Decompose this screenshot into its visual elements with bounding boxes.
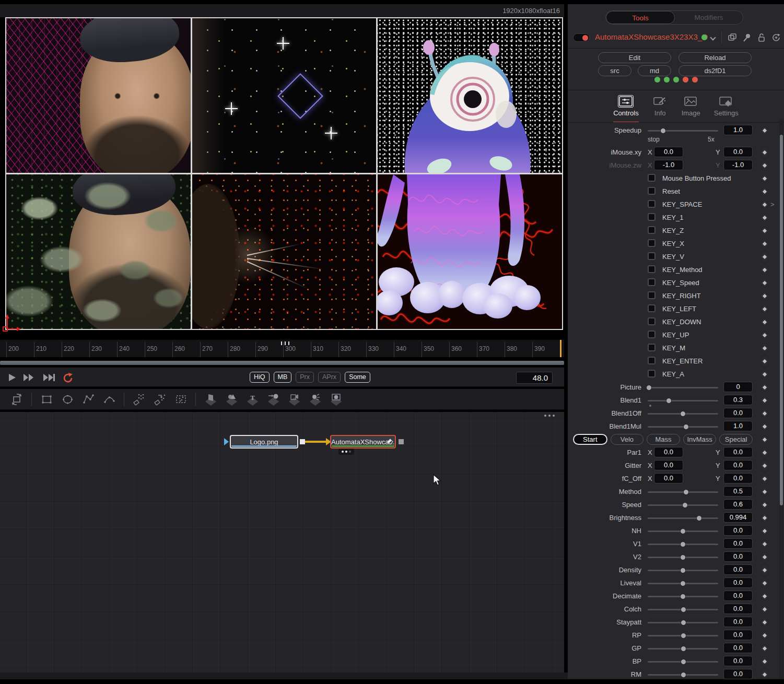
viewer-tile-face-magenta-crosshatch[interactable] (6, 18, 191, 173)
slider-nh[interactable] (648, 530, 718, 532)
play-button[interactable] (6, 372, 19, 383)
y-value-field-fc-off[interactable]: 0.0 (723, 473, 753, 483)
slider-staypatt[interactable] (648, 622, 718, 623)
slider-rm[interactable] (648, 674, 718, 676)
keyframe-diamond[interactable] (762, 489, 767, 494)
src-button[interactable]: src (598, 65, 631, 76)
node-automata-showcase[interactable]: AutomataXShowca... (330, 435, 396, 449)
value-field-v1[interactable]: 0.0 (723, 538, 753, 549)
quality-button-aprx[interactable]: APrx (318, 372, 341, 383)
slider-bp[interactable] (648, 661, 718, 663)
keyframe-diamond[interactable] (762, 149, 767, 155)
camera-3d-tool-icon[interactable] (287, 392, 301, 407)
value-field-v2[interactable]: 0.0 (723, 551, 753, 562)
viewer-tile-cyclops-monster-noise[interactable] (378, 18, 562, 173)
keyframe-diamond[interactable] (762, 127, 767, 133)
slider-speed[interactable] (648, 504, 718, 506)
keyframe-diamond[interactable] (762, 384, 767, 390)
inspector-tab-info[interactable]: Info (652, 94, 668, 121)
skip-to-end-button[interactable] (42, 372, 54, 383)
keyframe-diamond[interactable] (762, 541, 767, 547)
slider-gp[interactable] (648, 648, 718, 650)
timeline-scrollbar[interactable] (0, 361, 564, 365)
slider-knob[interactable] (682, 502, 688, 508)
slider-brightness[interactable] (648, 517, 718, 519)
value-field-speedup[interactable]: 1.0 (723, 125, 753, 135)
value-field-rm[interactable]: 0.0 (723, 669, 753, 679)
edit-button[interactable]: Edit (598, 52, 671, 63)
value-field-rp[interactable]: 0.0 (723, 630, 753, 640)
checkbox-key-x[interactable] (648, 239, 656, 247)
timeline-playhead[interactable] (560, 340, 561, 357)
loop-button[interactable] (62, 372, 74, 383)
slider-colch[interactable] (648, 609, 718, 610)
y-value-field-imouse-zw[interactable]: -1.0 (723, 160, 753, 170)
keyframe-diamond[interactable] (762, 410, 767, 416)
slider-knob[interactable] (680, 568, 686, 573)
checkbox-key-left[interactable] (648, 304, 656, 312)
version-dot-2-green[interactable] (664, 77, 670, 82)
keyframe-diamond[interactable] (762, 175, 767, 181)
keyframe-diamond[interactable] (762, 593, 767, 599)
value-field-speed[interactable]: 0.6 (723, 499, 753, 510)
node-editor[interactable]: Logo.png AutomataXShowca... (0, 412, 564, 673)
keyframe-diamond[interactable] (762, 632, 767, 638)
keyframe-diamond[interactable] (762, 528, 767, 534)
md-button[interactable]: md (638, 65, 671, 76)
mode-button-velo[interactable]: Velo (611, 434, 644, 445)
keyframe-diamond[interactable] (762, 437, 767, 442)
value-field-colch[interactable]: 0.0 (723, 604, 753, 614)
slider-knob[interactable] (683, 424, 689, 430)
keyframe-diamond[interactable] (762, 371, 767, 377)
spot-light-3d-tool-icon[interactable] (308, 392, 322, 407)
slider-liveval[interactable] (648, 583, 718, 584)
value-field-bp[interactable]: 0.0 (723, 656, 753, 666)
viewer-tile-face-green-blotches[interactable] (6, 174, 191, 329)
renderer-3d-tool-icon[interactable] (329, 392, 343, 407)
slider-v1[interactable] (648, 544, 718, 545)
image-plane-3d-tool-icon[interactable] (203, 392, 218, 407)
checkbox-key-enter[interactable] (648, 357, 656, 364)
particle-spawn-tool-icon[interactable] (153, 392, 167, 407)
keyframe-diamond[interactable] (762, 567, 767, 573)
keyframe-diamond[interactable] (762, 228, 767, 233)
shape-3d-tool-icon[interactable] (224, 392, 239, 407)
keyframe-diamond[interactable] (762, 293, 767, 299)
slider-knob[interactable] (681, 607, 686, 612)
copy-icon[interactable] (728, 33, 737, 42)
quality-button-some[interactable]: Some (345, 372, 370, 383)
mode-button-special[interactable]: Special (719, 434, 753, 445)
slider-knob[interactable] (681, 659, 686, 665)
keyframe-diamond[interactable] (762, 215, 767, 220)
keyframe-diamond[interactable] (762, 476, 767, 481)
x-value-field-par1[interactable]: 0.0 (654, 447, 683, 457)
keyframe-diamond[interactable] (762, 397, 767, 403)
value-field-picture[interactable]: 0 (723, 382, 753, 392)
slider-picture[interactable] (648, 387, 718, 388)
keyframe-diamond[interactable] (762, 606, 767, 612)
keyframe-diamond[interactable] (762, 658, 767, 664)
slider-rp[interactable] (648, 635, 718, 636)
slider-knob[interactable] (666, 398, 672, 404)
x-value-field-fc-off[interactable]: 0.0 (654, 473, 683, 483)
tab-tools[interactable]: Tools (606, 11, 675, 24)
viewer-tile-dark-sparkle-kaleidoscope[interactable] (192, 18, 377, 173)
checkbox-key-a[interactable] (648, 370, 656, 378)
timeline-ruler[interactable]: 2002102202302402502602702802903003103203… (0, 339, 564, 357)
node-logo-png[interactable]: Logo.png (230, 435, 298, 449)
checkbox-key-down[interactable] (648, 317, 656, 325)
checkbox-key-up[interactable] (648, 331, 656, 338)
text-3d-tool-icon[interactable]: T (245, 392, 260, 407)
polygon-mask-tool-icon[interactable] (81, 392, 96, 407)
keyframe-diamond[interactable] (762, 645, 767, 651)
slider-knob[interactable] (680, 581, 686, 586)
value-field-method[interactable]: 0.5 (723, 486, 753, 497)
keyframe-diamond[interactable] (762, 358, 767, 364)
more-options-button[interactable] (544, 415, 555, 417)
slider-density[interactable] (648, 570, 718, 571)
x-value-field-imouse-zw[interactable]: -1.0 (654, 160, 683, 170)
checkbox-key-v[interactable] (648, 252, 656, 260)
checkbox-key-m[interactable] (648, 344, 656, 351)
slider-knob[interactable] (680, 541, 686, 547)
value-field-staypatt[interactable]: 0.0 (723, 617, 753, 627)
